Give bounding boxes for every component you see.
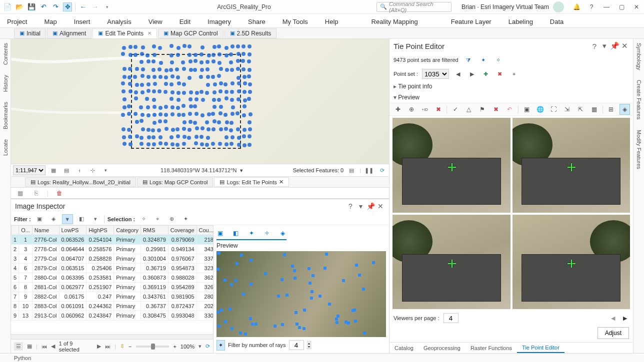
tp-accept-icon[interactable]: ✓: [450, 104, 460, 115]
preview-mode-1-icon[interactable]: ▣: [216, 228, 224, 239]
maximize-icon[interactable]: ▢: [614, 0, 629, 14]
clear-filter-icon[interactable]: ✧: [494, 55, 504, 65]
close-panel-icon[interactable]: ✕: [376, 202, 385, 211]
viewers-per-page-input[interactable]: [444, 313, 458, 323]
ribbon-tab-insert[interactable]: Insert: [71, 16, 94, 27]
viewers-prev-icon[interactable]: ◀: [609, 315, 617, 322]
tp-reject-icon[interactable]: △: [464, 104, 474, 115]
prev-icon[interactable]: ◀: [51, 343, 55, 350]
log-tab[interactable]: ▤ Logs: Reality_Hollyw...Bowl_2D_initial: [25, 177, 136, 187]
map-view[interactable]: [11, 39, 389, 164]
tp-add-all-icon[interactable]: ⊕: [406, 104, 416, 115]
clear-sel-icon[interactable]: ✦: [180, 214, 191, 224]
tp-flag-icon[interactable]: ⚑: [477, 104, 488, 115]
prev-set-icon[interactable]: ◀: [453, 69, 463, 79]
tp-link-icon[interactable]: ▣: [521, 104, 532, 115]
dropdown-icon[interactable]: ▾: [100, 165, 110, 175]
ribbon-tab-reality-mapping[interactable]: Reality Mapping: [368, 16, 421, 27]
refresh-table-icon[interactable]: ⟳: [206, 343, 210, 350]
tp-zoomin-icon[interactable]: ⇲: [562, 104, 572, 115]
scale-select[interactable]: 1:11,947: [13, 165, 46, 175]
image-table-grid[interactable]: O...NameLowPSHighPSCategoryRMSCoverageCo…: [11, 225, 213, 321]
adjust-button[interactable]: Adjust: [598, 327, 629, 339]
next-icon[interactable]: ▶: [97, 343, 101, 350]
tp-zoomout-icon[interactable]: ⇱: [576, 104, 586, 115]
tp-fit-icon[interactable]: ⛶: [548, 104, 559, 115]
tp-grid-icon[interactable]: ▦: [589, 104, 600, 115]
forward-icon[interactable]: →: [90, 2, 100, 11]
tp-settings-icon[interactable]: ⊞: [606, 104, 616, 115]
ribbon-tab-data[interactable]: Data: [547, 16, 566, 27]
rail-symbology[interactable]: Symbology: [636, 43, 642, 70]
table-row[interactable]: 462879-Col0.0635150.25406Primary0.367190…: [12, 264, 214, 273]
bottom-tab[interactable]: Tie Point Editor: [517, 343, 564, 353]
tp-undo-icon[interactable]: ↶: [504, 104, 514, 115]
tp-delete-icon[interactable]: ✖: [490, 104, 501, 115]
delete-point-icon[interactable]: ✖: [495, 69, 505, 79]
preview-mode-2-icon[interactable]: ◧: [232, 228, 240, 239]
pin-icon[interactable]: 📌: [610, 41, 619, 50]
ribbon-tab-view[interactable]: View: [146, 16, 166, 27]
ribbon-tab-map[interactable]: Map: [41, 16, 60, 27]
zoom-menu-icon[interactable]: ▾: [198, 343, 202, 350]
preview-image[interactable]: [216, 251, 386, 337]
add-filter-icon[interactable]: ✦: [478, 55, 488, 65]
constraint-icon[interactable]: ▦: [48, 165, 58, 175]
qat-dropdown-icon[interactable]: ▾: [102, 2, 112, 11]
pause-icon[interactable]: ❚❚: [364, 165, 374, 175]
ribbon-tab-project[interactable]: Project: [4, 16, 30, 27]
bottom-tab[interactable]: Catalog: [390, 344, 418, 353]
tp-add-icon[interactable]: ✚: [392, 104, 403, 115]
ribbon-tab-share[interactable]: Share: [245, 16, 268, 27]
filter-active-icon[interactable]: ▼: [62, 214, 73, 224]
tp-remove-icon[interactable]: ✖: [433, 104, 444, 115]
table-row[interactable]: 342779-Col0.0647070.258828Primary0.30100…: [12, 254, 214, 264]
view-tab[interactable]: ▣Map GCP Control: [158, 28, 223, 38]
tp-globe-icon[interactable]: 🌐: [535, 104, 546, 115]
view-tab[interactable]: ▣Initial: [14, 28, 46, 38]
close-tab-icon[interactable]: ✕: [148, 30, 152, 36]
rail-bookmarks[interactable]: Bookmarks: [2, 102, 8, 129]
close-icon[interactable]: ✕: [629, 0, 644, 14]
viewer-2[interactable]: [512, 118, 630, 213]
snapping-icon[interactable]: ⫞: [74, 165, 84, 175]
rays-down-icon[interactable]: ▼: [308, 345, 311, 349]
zoom-to-icon[interactable]: ⌖: [152, 214, 163, 224]
help-icon[interactable]: ?: [346, 202, 355, 211]
table-icon[interactable]: ▦: [15, 188, 25, 198]
help-icon[interactable]: ?: [584, 0, 599, 14]
filter-area-icon[interactable]: ◈: [48, 214, 59, 224]
rail-locate[interactable]: Locate: [2, 139, 8, 156]
menu-icon[interactable]: ▾: [356, 202, 365, 211]
rail-history[interactable]: History: [2, 75, 8, 92]
rail-contents[interactable]: Contents: [2, 43, 8, 65]
card-view-icon[interactable]: ▦: [27, 343, 32, 350]
clear-log-icon[interactable]: 🗑: [54, 188, 64, 198]
back-icon[interactable]: ←: [78, 2, 88, 11]
row-view-icon[interactable]: ☰: [14, 342, 23, 351]
preview-mode-3-icon[interactable]: ✦: [248, 228, 255, 239]
rays-up-icon[interactable]: ▲: [308, 342, 311, 345]
menu-icon[interactable]: ▾: [600, 41, 609, 50]
point-set-select[interactable]: 1035: [422, 69, 449, 79]
table-row[interactable]: 682881-Col0.0629770.251907Primary0.36911…: [12, 283, 214, 292]
viewer-1[interactable]: [392, 118, 510, 213]
filter-layer-icon[interactable]: ◧: [76, 214, 87, 224]
rays-input[interactable]: [289, 340, 304, 350]
filter-icon[interactable]: ⧩: [464, 55, 474, 65]
ribbon-tab-my-tools[interactable]: My Tools: [280, 16, 311, 27]
table-row[interactable]: 232778-Col0.0646440.258576Primary0.29981…: [12, 245, 214, 254]
ribbon-tab-imagery[interactable]: Imagery: [204, 16, 234, 27]
view-tab[interactable]: ▣Alignment: [47, 28, 92, 38]
preview-toggle[interactable]: Preview: [390, 92, 633, 103]
table-row[interactable]: 112776-Col0.0635260.254104Primary0.32487…: [12, 235, 214, 245]
locate-point-icon[interactable]: ⌖: [509, 69, 519, 79]
view-tab[interactable]: ▣2.5D Results: [224, 28, 277, 38]
rail-create-features[interactable]: Create Features: [636, 80, 642, 119]
copy-icon[interactable]: ⎘: [31, 188, 41, 198]
avatar[interactable]: [553, 1, 564, 12]
add-point-icon[interactable]: ✚: [481, 69, 491, 79]
close-panel-icon[interactable]: ✕: [620, 41, 629, 50]
ribbon-tab-analysis[interactable]: Analysis: [104, 16, 134, 27]
select-icon[interactable]: ✧: [138, 214, 149, 224]
